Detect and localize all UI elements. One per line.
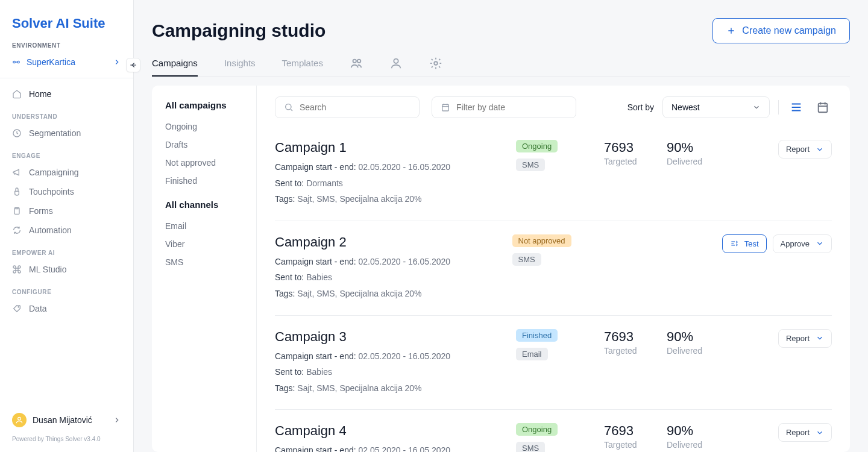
nav-touchpoints[interactable]: Touchpoints bbox=[0, 182, 133, 201]
svg-point-1 bbox=[17, 61, 20, 63]
nav-label: Automation bbox=[29, 225, 72, 235]
date-filter[interactable] bbox=[432, 96, 576, 118]
nav-label: Campaigning bbox=[29, 168, 79, 177]
campaign-name[interactable]: Campaign 3 bbox=[275, 329, 516, 345]
environment-label: ENVIRONMENT bbox=[0, 42, 133, 54]
date-filter-field[interactable] bbox=[456, 102, 567, 112]
report-button[interactable]: Report bbox=[778, 329, 832, 348]
nav-label: Touchpoints bbox=[29, 187, 74, 196]
row-actions: Test Approve bbox=[722, 234, 832, 253]
clock-icon bbox=[12, 128, 22, 138]
campaign-name[interactable]: Campaign 2 bbox=[275, 234, 512, 250]
tab-templates[interactable]: Templates bbox=[282, 54, 323, 77]
delivered-label: Delivered bbox=[667, 440, 729, 450]
filter-email[interactable]: Email bbox=[165, 217, 243, 235]
delivered-stat: 90% Delivered bbox=[667, 329, 729, 356]
sliders-icon bbox=[730, 239, 738, 248]
campaign-row: Campaign 2 Campaign start - end: 02.05.2… bbox=[275, 221, 832, 316]
filter-not-approved[interactable]: Not approved bbox=[165, 154, 243, 172]
filter-drafts[interactable]: Drafts bbox=[165, 136, 243, 154]
nav-data[interactable]: Data bbox=[0, 299, 133, 318]
targeted-label: Targeted bbox=[604, 346, 667, 356]
toolbar: Sort by Newest bbox=[275, 96, 832, 118]
approve-button[interactable]: Approve bbox=[773, 234, 832, 253]
divider bbox=[0, 78, 133, 78]
command-icon bbox=[12, 265, 22, 274]
nav-label: Data bbox=[29, 304, 47, 313]
brand-logo: Solver AI Suite bbox=[0, 0, 133, 42]
delivered-label: Delivered bbox=[667, 346, 729, 356]
tab-campaigns[interactable]: Campaigns bbox=[152, 54, 198, 77]
row-actions: Report bbox=[778, 423, 832, 442]
users-icon bbox=[350, 57, 363, 70]
home-icon bbox=[12, 89, 22, 99]
delivered-value: 90% bbox=[667, 140, 729, 155]
channel-badge: SMS bbox=[516, 442, 545, 452]
targeted-stat: 7693 Targeted bbox=[604, 329, 667, 356]
section-empower: EMPOWER AI bbox=[0, 240, 133, 260]
chevron-down-icon bbox=[816, 334, 824, 342]
campaign-badges: Not approved SMS bbox=[512, 234, 599, 266]
filter-sms[interactable]: SMS bbox=[165, 253, 243, 271]
delivered-value: 90% bbox=[667, 423, 729, 439]
tag-icon bbox=[12, 304, 22, 313]
tab-insights[interactable]: Insights bbox=[224, 54, 256, 77]
filter-all-channels[interactable]: All channels bbox=[165, 199, 243, 210]
report-button[interactable]: Report bbox=[778, 140, 832, 159]
nav-label: ML Studio bbox=[29, 265, 67, 274]
main: Campaigning studio Create new campaign C… bbox=[134, 0, 868, 452]
report-button[interactable]: Report bbox=[778, 423, 832, 442]
nav-home[interactable]: Home bbox=[0, 84, 133, 104]
campaign-row: Campaign 3 Campaign start - end: 02.05.2… bbox=[275, 316, 832, 410]
test-button[interactable]: Test bbox=[722, 234, 767, 253]
svg-point-8 bbox=[394, 58, 398, 63]
campaign-tags: Tags: Sajt, SMS, Specijalna akcija 20% bbox=[275, 191, 516, 207]
calendar-icon bbox=[441, 102, 450, 112]
nav-segmentation[interactable]: Segmentation bbox=[0, 124, 133, 143]
sidebar-collapse-button[interactable] bbox=[126, 58, 140, 72]
filter-panel: All campaigns Ongoing Drafts Not approve… bbox=[152, 86, 257, 452]
campaign-name[interactable]: Campaign 1 bbox=[275, 140, 516, 155]
tab-settings[interactable] bbox=[429, 57, 442, 75]
create-campaign-button[interactable]: Create new campaign bbox=[712, 18, 850, 43]
filter-viber[interactable]: Viber bbox=[165, 235, 243, 253]
campaign-badges: Ongoing SMS bbox=[516, 140, 604, 171]
nav-automation[interactable]: Automation bbox=[0, 221, 133, 240]
svg-point-6 bbox=[353, 59, 356, 63]
calendar-view-toggle[interactable] bbox=[814, 98, 832, 116]
status-badge: Ongoing bbox=[516, 140, 558, 152]
campaign-row: Campaign 1 Campaign start - end: 02.05.2… bbox=[275, 127, 832, 221]
svg-point-9 bbox=[434, 61, 438, 65]
campaign-info: Campaign 4 Campaign start - end: 02.05.2… bbox=[275, 423, 516, 452]
filter-finished[interactable]: Finished bbox=[165, 172, 243, 190]
delivered-value: 90% bbox=[667, 329, 729, 345]
nav-label: Forms bbox=[29, 206, 53, 216]
campaign-range: Campaign start - end: 02.05.2020 - 16.05… bbox=[275, 254, 512, 270]
sort-label: Sort by bbox=[627, 102, 654, 112]
divider bbox=[778, 100, 779, 115]
list-view-toggle[interactable] bbox=[787, 98, 805, 116]
report-label: Report bbox=[786, 145, 810, 154]
nav-ml-studio[interactable]: ML Studio bbox=[0, 260, 133, 279]
svg-point-4 bbox=[18, 307, 19, 307]
campaign-name[interactable]: Campaign 4 bbox=[275, 423, 516, 439]
user-menu[interactable]: Dusan Mijatović bbox=[8, 408, 125, 432]
tab-audiences[interactable] bbox=[350, 57, 363, 75]
svg-point-7 bbox=[357, 59, 361, 63]
campaign-sent-to: Sent to: Babies bbox=[275, 364, 516, 380]
megaphone-icon bbox=[12, 168, 22, 177]
sort-dropdown[interactable]: Newest bbox=[662, 96, 770, 118]
section-understand: UNDERSTAND bbox=[0, 104, 133, 124]
nav-campaigning[interactable]: Campaigning bbox=[0, 163, 133, 182]
user-icon bbox=[389, 57, 403, 70]
search-input[interactable] bbox=[275, 96, 420, 118]
filter-all-campaigns[interactable]: All campaigns bbox=[165, 100, 243, 110]
svg-point-5 bbox=[18, 417, 21, 420]
tab-profile[interactable] bbox=[389, 57, 403, 75]
targeted-label: Targeted bbox=[604, 440, 667, 450]
filter-ongoing[interactable]: Ongoing bbox=[165, 118, 243, 136]
environment-picker[interactable]: SuperKartica bbox=[0, 54, 133, 75]
search-input-field[interactable] bbox=[300, 102, 410, 112]
sidebar: Solver AI Suite ENVIRONMENT SuperKartica… bbox=[0, 0, 134, 452]
nav-forms[interactable]: Forms bbox=[0, 201, 133, 221]
